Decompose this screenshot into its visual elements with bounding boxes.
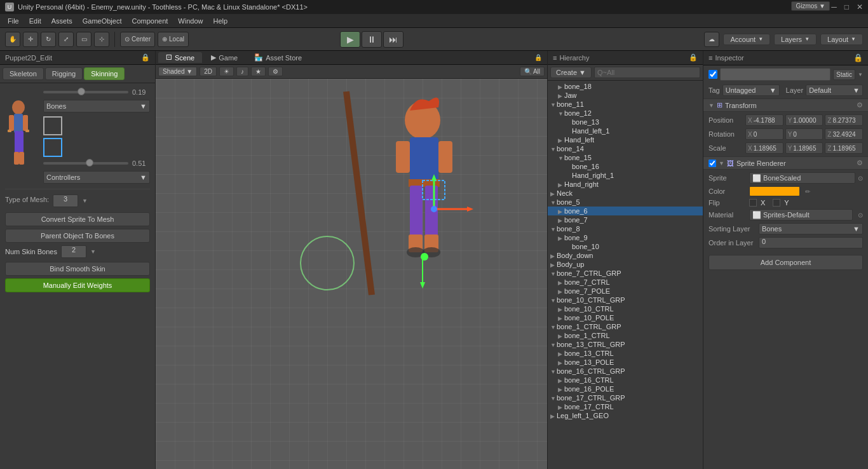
hier-item-bone_1ctrl_grp[interactable]: ▼bone_1_CTRL_GRP <box>548 322 703 331</box>
hier-item-bone_10ctrl_grp[interactable]: ▼bone_10_CTRL_GRP <box>548 296 703 304</box>
pos-x-field[interactable]: X -4.1788 <box>745 114 783 126</box>
rotate-tool[interactable]: ↻ <box>41 32 56 47</box>
local-toggle[interactable]: ⊕ Local <box>158 32 189 47</box>
lighting-toggle[interactable]: ☀ <box>219 67 234 76</box>
lock-scene[interactable]: 🔒 <box>532 54 545 61</box>
tab-game[interactable]: ▶ Game <box>203 52 245 63</box>
layer-dropdown[interactable]: Default ▼ <box>806 85 863 96</box>
tab-scene[interactable]: ⚀ Scene <box>158 52 202 63</box>
hierarchy-search[interactable] <box>594 67 700 78</box>
tab-asset-store[interactable]: 🏪 Asset Store <box>247 52 309 63</box>
effects-toggle[interactable]: ★ <box>251 67 266 76</box>
sprite-picker[interactable]: ⊙ <box>858 175 863 182</box>
hier-item-body_down[interactable]: ▶Body_down <box>548 251 703 260</box>
play-button[interactable]: ▶ <box>340 31 360 48</box>
maximize-button[interactable]: □ <box>844 3 849 11</box>
hier-item-bone_10pole[interactable]: ▶bone_10_POLE <box>548 313 703 322</box>
parent-object-btn[interactable]: Parent Object To Bones <box>5 229 150 243</box>
num-bones-input[interactable]: 2 <box>61 245 86 258</box>
hier-item-bone_13ctrl_grp[interactable]: ▼bone_13_CTRL_GRP <box>548 340 703 349</box>
scale-z-field[interactable]: Z 1.18965 <box>825 142 863 154</box>
scale-y-field[interactable]: Y 1.18965 <box>785 142 824 154</box>
menu-file[interactable]: File <box>3 16 24 26</box>
tab-rigging[interactable]: Rigging <box>45 67 83 80</box>
sprite-renderer-section[interactable]: ▼ 🖼 Sprite Renderer ⚙ <box>703 156 868 170</box>
menu-help[interactable]: Help <box>208 16 233 26</box>
slider2-thumb[interactable] <box>86 159 93 167</box>
bind-smooth-btn[interactable]: Bind Smooth Skin <box>5 262 150 276</box>
sprite-field[interactable]: ⬜ BoneScaled <box>749 172 855 184</box>
tab-skeleton[interactable]: Skeleton <box>3 67 44 80</box>
hier-item-bone_14[interactable]: ▼bone_14 <box>548 144 703 153</box>
hand-tool[interactable]: ✋ <box>5 32 20 47</box>
search-all[interactable]: 🔍 All <box>520 67 545 76</box>
controllers-dropdown[interactable]: Controllers ▼ <box>43 171 150 184</box>
hier-item-hand_right_1[interactable]: Hand_right_1 <box>548 171 703 180</box>
hier-item-bone_7ctrl_grp[interactable]: ▼bone_7_CTRL_GRP <box>548 269 703 278</box>
tab-skinning[interactable]: Skinning <box>84 67 125 80</box>
hier-item-bone_5[interactable]: ▼bone_5 <box>548 198 703 207</box>
order-field[interactable]: 0 <box>759 237 863 248</box>
scene-options[interactable]: ⚙ <box>268 67 283 76</box>
hier-item-bone_10[interactable]: bone_10 <box>548 242 703 251</box>
hier-item-body_up[interactable]: ▶Body_up <box>548 260 703 269</box>
menu-window[interactable]: Window <box>173 16 208 26</box>
close-button[interactable]: ✕ <box>857 3 863 11</box>
rect-tool[interactable]: ▭ <box>76 32 92 47</box>
hier-item-bone_11[interactable]: ▼bone_11 <box>548 100 703 109</box>
menu-edit[interactable]: Edit <box>24 16 46 26</box>
menu-component[interactable]: Component <box>126 16 173 26</box>
num-bones-arrow[interactable]: ▼ <box>90 248 96 255</box>
material-picker[interactable]: ⊙ <box>858 212 863 219</box>
account-dropdown[interactable]: Account ▼ <box>723 34 770 45</box>
color-picker[interactable]: ✏ <box>805 188 810 195</box>
hier-item-bone_13[interactable]: bone_13 <box>548 118 703 126</box>
shaded-dropdown[interactable]: Shaded ▼ <box>158 67 197 76</box>
hier-item-bone_7pole[interactable]: ▶bone_7_POLE <box>548 287 703 296</box>
scale-x-field[interactable]: X 1.18965 <box>745 142 783 154</box>
add-component-button[interactable]: Add Component <box>709 255 863 270</box>
sprite-settings[interactable]: ⚙ <box>857 159 863 167</box>
hier-item-bone_17ctrl[interactable]: ▶bone_17_CTRL <box>548 402 703 411</box>
hier-item-hand_left_1[interactable]: Hand_left_1 <box>548 126 703 135</box>
object-name-field[interactable]: bone_6 <box>720 68 831 81</box>
hier-item-bone_10ctrl[interactable]: ▶bone_10_CTRL <box>548 304 703 313</box>
layout-dropdown[interactable]: Layout ▼ <box>820 34 863 45</box>
object-active-checkbox[interactable] <box>709 70 717 79</box>
hier-item-neck[interactable]: ▶Neck <box>548 189 703 198</box>
hier-item-bone_7ctrl[interactable]: ▶bone_7_CTRL <box>548 278 703 287</box>
hier-item-bone_18[interactable]: ▶bone_18 <box>548 82 703 91</box>
sprite-renderer-checkbox[interactable] <box>709 160 716 167</box>
audio-toggle[interactable]: ♪ <box>236 67 248 76</box>
scale-tool[interactable]: ⤢ <box>58 32 74 47</box>
hier-item-leg_left_1geo[interactable]: ▶Leg_left_1_GEO <box>548 411 703 420</box>
hier-create-btn[interactable]: Create ▼ <box>550 67 592 78</box>
hier-item-bone_13ctrl[interactable]: ▶bone_13_CTRL <box>548 349 703 358</box>
rot-z-field[interactable]: Z 32.4924 <box>825 128 863 140</box>
minimize-button[interactable]: ─ <box>831 3 837 11</box>
slider1-thumb[interactable] <box>78 88 85 95</box>
tag-dropdown[interactable]: Untagged ▼ <box>722 85 780 96</box>
scene-view[interactable] <box>156 79 547 469</box>
flip-y-checkbox[interactable] <box>773 199 780 207</box>
menu-gameobject[interactable]: GameObject <box>78 16 127 26</box>
hier-item-bone_8[interactable]: ▼bone_8 <box>548 224 703 233</box>
rot-y-field[interactable]: Y 0 <box>785 128 824 140</box>
hier-item-bone_13pole[interactable]: ▶bone_13_POLE <box>548 358 703 367</box>
mesh-arrow[interactable]: ▼ <box>82 198 88 204</box>
hier-item-bone_16[interactable]: bone_16 <box>548 162 703 171</box>
hier-item-bone_6[interactable]: ▶bone_6 <box>548 207 703 215</box>
static-dropdown[interactable]: ▼ <box>858 72 863 78</box>
window-controls[interactable]: ─ □ ✕ <box>831 3 863 11</box>
transform-tool[interactable]: ⊹ <box>94 32 109 47</box>
move-tool[interactable]: ✛ <box>23 32 38 47</box>
puppet2d-lock[interactable]: 🔒 <box>141 53 150 62</box>
pos-y-field[interactable]: Y 1.00000 <box>785 114 824 126</box>
hier-item-bone_17ctrl_grp[interactable]: ▼bone_17_CTRL_GRP <box>548 393 703 402</box>
sorting-layer-dropdown[interactable]: Bones ▼ <box>759 223 863 234</box>
step-button[interactable]: ⏭ <box>383 31 403 48</box>
mesh-input[interactable]: 3 <box>53 194 78 207</box>
material-field[interactable]: ⬜ Sprites-Default <box>749 209 853 221</box>
static-label[interactable]: Static <box>833 69 855 80</box>
gizmos-dropdown[interactable]: Gizmos ▼ <box>791 1 830 11</box>
